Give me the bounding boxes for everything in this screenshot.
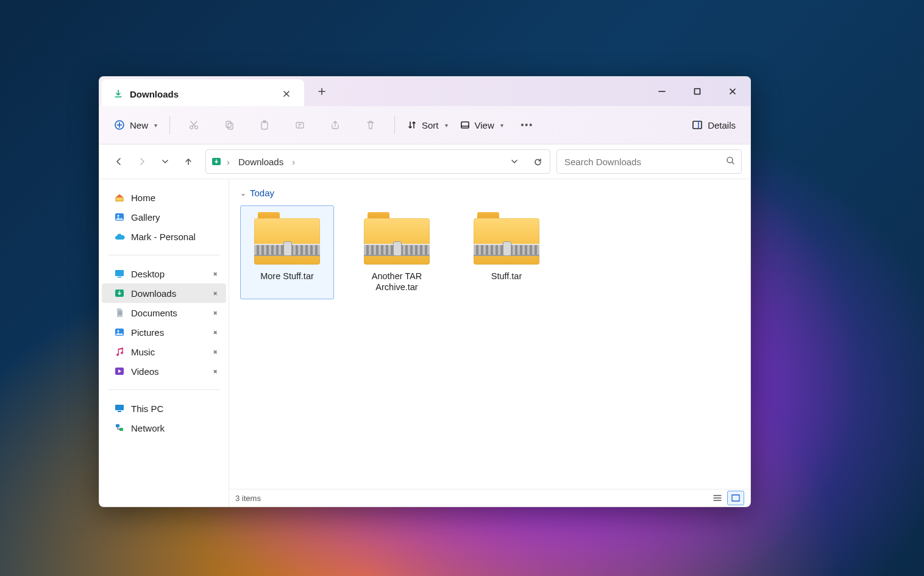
- large-icons-view-toggle[interactable]: [727, 491, 744, 505]
- search-box[interactable]: [556, 149, 742, 174]
- sidebar-item-pictures[interactable]: Pictures✦: [102, 322, 226, 342]
- chevron-down-icon: ▾: [445, 122, 448, 129]
- svg-rect-6: [261, 122, 268, 129]
- file-item[interactable]: Another TAR Archive.tar: [350, 205, 444, 299]
- pin-icon: ✦: [210, 366, 221, 377]
- sidebar-item-videos[interactable]: Videos✦: [102, 361, 226, 381]
- breadcrumb-downloads[interactable]: Downloads: [235, 154, 287, 169]
- sidebar-item-label: Videos: [131, 366, 159, 377]
- svg-rect-5: [228, 123, 233, 129]
- new-button[interactable]: New ▾: [109, 113, 162, 137]
- file-name: Another TAR Archive.tar: [353, 271, 441, 293]
- videos-icon: [114, 366, 125, 377]
- group-label: Today: [250, 188, 274, 198]
- sidebar-item-label: Mark - Personal: [131, 232, 196, 242]
- music-icon: [114, 346, 125, 357]
- tab-close-button[interactable]: [277, 85, 296, 103]
- pin-icon: ✦: [210, 346, 221, 357]
- svg-rect-23: [116, 424, 119, 427]
- svg-rect-10: [693, 121, 702, 129]
- search-icon: [726, 156, 735, 167]
- sidebar-item-home[interactable]: Home: [102, 188, 226, 207]
- view-button[interactable]: View ▾: [455, 113, 508, 137]
- file-list: ⌄ Today More Stuff.tarAnother TAR Archiv…: [229, 179, 750, 507]
- file-name: Stuff.tar: [491, 271, 522, 282]
- desktop-icon: [114, 268, 125, 279]
- pin-icon: ✦: [210, 288, 221, 299]
- more-button[interactable]: •••: [511, 113, 544, 137]
- search-input[interactable]: [563, 156, 721, 168]
- status-item-count: 3 items: [235, 494, 261, 503]
- tab-title: Downloads: [130, 89, 271, 99]
- minimize-button[interactable]: [644, 77, 680, 106]
- breadcrumb-separator: ›: [291, 157, 296, 167]
- forward-button[interactable]: [131, 151, 153, 172]
- pin-icon: ✦: [210, 307, 221, 318]
- refresh-button[interactable]: [528, 152, 547, 171]
- share-button[interactable]: [319, 113, 352, 137]
- sidebar-item-label: Documents: [131, 308, 177, 318]
- maximize-button[interactable]: [680, 77, 715, 106]
- window-controls: [644, 77, 750, 106]
- sidebar-item-downloads[interactable]: Downloads✦: [102, 283, 226, 303]
- chevron-down-icon: ▾: [154, 122, 157, 129]
- details-view-toggle[interactable]: [709, 491, 726, 505]
- svg-rect-9: [461, 122, 469, 128]
- sidebar-item-music[interactable]: Music✦: [102, 342, 226, 361]
- details-button-label: Details: [708, 120, 736, 130]
- new-button-label: New: [130, 120, 148, 130]
- titlebar: Downloads: [99, 77, 750, 106]
- group-header-today[interactable]: ⌄ Today: [229, 179, 750, 202]
- svg-point-14: [117, 215, 119, 216]
- svg-rect-0: [695, 89, 700, 94]
- navigation-pane: HomeGalleryMark - Personal Desktop✦Downl…: [99, 179, 229, 507]
- tab-active[interactable]: Downloads: [102, 79, 304, 108]
- sidebar-item-label: This PC: [131, 404, 163, 414]
- svg-rect-4: [226, 121, 231, 127]
- new-tab-button[interactable]: [313, 82, 331, 101]
- sidebar-item-desktop[interactable]: Desktop✦: [102, 264, 226, 283]
- network-icon: [114, 422, 125, 433]
- address-history-button[interactable]: [505, 152, 524, 171]
- file-item[interactable]: More Stuff.tar: [240, 205, 334, 299]
- sidebar-item-label: Desktop: [131, 269, 165, 279]
- svg-point-19: [117, 330, 119, 332]
- zip-archive-icon: [474, 212, 539, 265]
- file-explorer-window: Downloads New ▾: [99, 76, 751, 507]
- close-button[interactable]: [715, 77, 750, 106]
- documents-icon: [114, 307, 125, 318]
- home-icon: [114, 192, 125, 203]
- zip-archive-icon: [254, 212, 320, 265]
- gallery-icon: [114, 212, 125, 222]
- pin-icon: ✦: [210, 268, 221, 279]
- pictures-icon: [114, 327, 125, 338]
- svg-rect-8: [296, 123, 304, 128]
- file-name: More Stuff.tar: [260, 271, 314, 282]
- rename-button[interactable]: [283, 113, 316, 137]
- delete-button[interactable]: [354, 113, 387, 137]
- file-item[interactable]: Stuff.tar: [460, 205, 553, 299]
- sidebar-item-gallery[interactable]: Gallery: [102, 207, 226, 227]
- paste-button[interactable]: [248, 113, 281, 137]
- up-button[interactable]: [177, 151, 199, 172]
- breadcrumb-separator: ›: [226, 157, 231, 167]
- sidebar-item-network[interactable]: Network: [102, 418, 226, 438]
- sidebar-item-label: Gallery: [131, 212, 160, 222]
- copy-button[interactable]: [213, 113, 246, 137]
- sort-button[interactable]: Sort ▾: [402, 113, 453, 137]
- sidebar-item-mark-personal[interactable]: Mark - Personal: [102, 227, 226, 246]
- view-button-label: View: [475, 120, 494, 130]
- recent-locations-button[interactable]: [154, 151, 176, 172]
- details-pane-button[interactable]: Details: [687, 113, 741, 137]
- sidebar-item-documents[interactable]: Documents✦: [102, 303, 226, 322]
- svg-rect-21: [115, 405, 124, 410]
- sidebar-item-this-pc[interactable]: This PC: [102, 399, 226, 418]
- svg-rect-22: [118, 411, 121, 412]
- back-button[interactable]: [108, 151, 130, 172]
- zip-archive-icon: [364, 212, 430, 265]
- cut-button[interactable]: [177, 113, 210, 137]
- svg-rect-15: [115, 270, 124, 276]
- sort-button-label: Sort: [422, 120, 439, 130]
- address-bar[interactable]: › Downloads ›: [205, 149, 550, 174]
- sidebar-item-label: Home: [131, 193, 155, 203]
